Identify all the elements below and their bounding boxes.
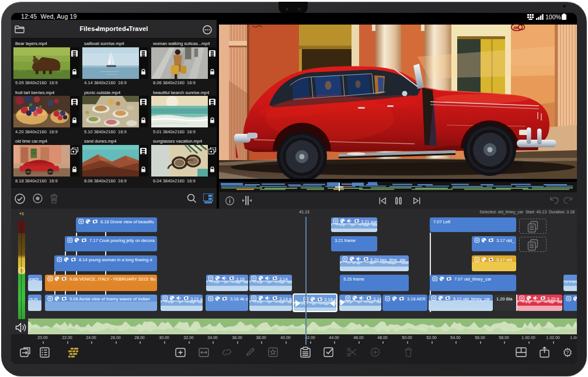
svg-text:?: ? <box>566 350 569 355</box>
svg-text:4K: 4K <box>513 25 519 30</box>
